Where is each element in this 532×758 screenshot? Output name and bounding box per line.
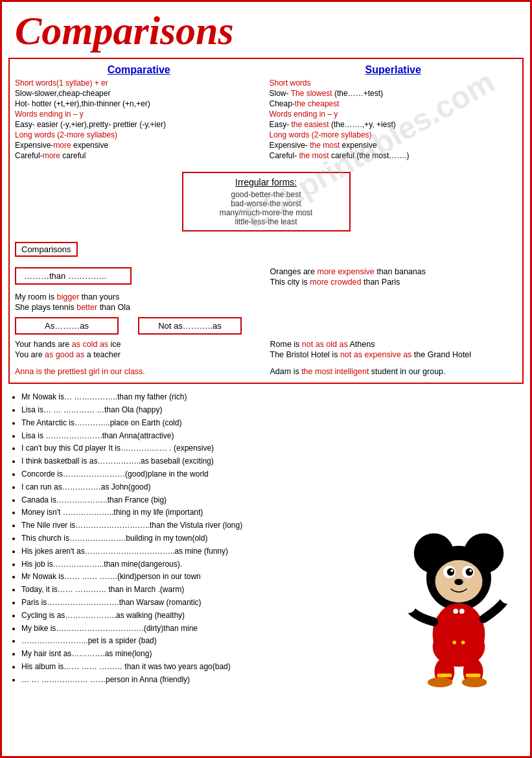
as-right-2: The Bristol Hotel is not as expensive as… [270,350,518,359]
list-item: Cycling is as………………..as walking (healthy… [21,610,386,621]
as-left-1: Your hands are as cold as ice [15,340,262,349]
list-item: My bike is…………………………….(dirty)than mine [21,623,386,634]
as-right-1: Rome is not as old as Athens [270,340,518,349]
list-item: Mr Nowak is… ……………..than my father (rich… [21,392,386,403]
list-item: This church is………………….building in my tow… [21,533,386,544]
svg-point-18 [428,677,452,687]
svg-point-22 [399,595,417,613]
comparative-header: Comparative [15,64,263,76]
than-left: ………than ………….. My room is bigger than yo… [15,267,262,313]
exercise-list: Mr Nowak is… ……………..than my father (rich… [8,392,386,685]
sup-rule2-example: Cheap-the cheapest [270,99,518,108]
svg-point-14 [452,640,456,644]
comp-rule4b: Careful-more careful [15,151,263,160]
as-box-left: As………as [15,317,119,335]
as-box: As………as [15,317,119,335]
list-item: Concorde is……………………(good)plane in the wo… [21,469,386,480]
comp-rule3-label: Words ending in – y [15,110,263,119]
than-box: ………than ………….. [15,267,132,285]
svg-point-9 [469,569,472,572]
than-right: Oranges are more expensive than bananas … [270,267,518,288]
sup-right-sentence: Adam is the most intelligent student in … [270,367,518,376]
than-right-example1: Oranges are more expensive than bananas [270,267,518,276]
comparative-column: Comparative Short words(1 syllabe) + er … [15,64,263,161]
list-item: Mr Nowak is…… …… …….(kind)person in our … [21,571,386,582]
list-item: Today, it is…… ………… than in March .(warm… [21,584,386,595]
mickey-svg [397,525,520,687]
bottom-section: Mr Nowak is… ……………..than my father (rich… [8,392,524,687]
sup-rule1-example: Slow- The slowest (the……+test) [270,89,518,98]
svg-point-8 [451,569,454,572]
sup-left-sentence: Anna is the prettiest girl in our class. [15,367,262,376]
list-item: I can't buy this Cd player It is……………… .… [21,443,386,454]
mickey-mouse-image [394,392,524,687]
svg-point-11 [454,578,463,585]
svg-point-23 [500,586,517,604]
irregular-item-2: bad-worse-the worst [191,199,341,208]
svg-point-25 [459,608,465,613]
irregular-item-4: little-less-the least [191,217,341,226]
svg-point-15 [461,640,465,644]
sup-rule3-label: Words ending in – y [270,110,518,119]
comp-rule1-example: Slow-slower,cheap-cheaper [15,89,263,98]
svg-point-6 [447,568,455,576]
list-item: … … ……………… ……person in Anna (friendly) [21,674,386,685]
svg-rect-20 [437,673,452,677]
than-right-example2: This city is more crowded than Paris [270,278,518,287]
sup-example-right: Adam is the most intelligent student in … [270,367,518,377]
sup-rule4-label: Long words (2-more syllabes) [270,130,518,139]
list-item: Canada is………………..than France (big) [21,495,386,506]
list-item: ……………………..pet is a spider (bad) [21,635,386,646]
list-item: My hair isnt as………….as mine(long) [21,648,386,659]
superlative-sentence-section: Anna is the prettiest girl in our class.… [15,367,517,377]
as-examples-section: Your hands are as cold as ice You are as… [15,340,517,361]
svg-point-7 [466,568,474,576]
list-item: Lisa is… … ………… …than Ola (happy) [21,405,386,416]
list-item: Lisa is ………………….than Anna(attractive) [21,431,386,442]
main-content-box: Comparative Short words(1 syllabe) + er … [8,58,524,384]
comp-rule2-example: Hot- hotter (+t,+er),thin-thinner (+n,+e… [15,99,263,108]
comparisons-label: Comparisons [15,242,78,257]
as-left-2: You are as good as a teacher [15,350,262,359]
list-item: I think basketball is as……………..as baseba… [21,456,386,467]
comp-rule4a: Expensive-more expensive [15,141,263,150]
list-item: Money isn't ………………..thing in my life (im… [21,507,386,518]
list-item: His jokes aren't as……………………………..as mine … [21,546,386,557]
page-title: Comparisons [8,8,524,53]
list-item: The Nile river is………………………..than the Vis… [21,520,386,531]
irregular-item-1: good-better-the best [191,190,341,199]
sup-rule4b: Careful- the most careful (the most…….) [270,151,518,160]
sentences-column: Mr Nowak is… ……………..than my father (rich… [8,392,389,687]
list-item: His job is………………..than mine(dangerous). [21,559,386,570]
than-section: ………than ………….. My room is bigger than yo… [15,267,517,313]
list-item: The Antarctic is…………..place on Earth (co… [21,418,386,429]
svg-point-24 [453,608,458,613]
svg-point-19 [462,677,487,687]
superlative-header: Superlative [270,64,518,76]
sup-rule1-label: Short words [270,78,518,88]
superlative-column: Superlative Short words Slow- The slowes… [270,64,518,161]
not-as-box-right: Not as………..as [138,317,242,335]
comp-rule3-example: Easy- easier (-y,+ier),pretty- prettier … [15,120,263,129]
sup-rule4a: Expensive- the most expensive [270,141,518,150]
not-as-box: Not as………..as [138,317,242,335]
irregular-item-3: many/much-more-the most [191,208,341,217]
as-boxes-row: As………as Not as………..as [15,317,517,335]
sup-example-left: Anna is the prettiest girl in our class. [15,367,262,377]
list-item: His album is…… …… ……… than it was two ye… [21,661,386,672]
comp-rule1-label: Short words(1 syllabe) + er [15,78,263,88]
comp-rule4-label: Long words (2-more syllabes) [15,130,263,139]
as-examples-right: Rome is not as old as Athens The Bristol… [270,340,518,361]
irregular-forms-box: Irregular forms: good-better-the best ba… [182,172,351,231]
list-item: I can run as……………as John(good) [21,482,386,493]
sup-rule3-example: Easy- the easiest (the…….,+y, +iest) [270,120,518,129]
irregular-title: Irregular forms: [191,177,341,187]
than-example1: My room is bigger than yours [15,292,262,302]
as-examples-left: Your hands are as cold as ice You are as… [15,340,262,361]
list-item: Paris is……………………….than Warsaw (romantic) [21,597,386,608]
svg-rect-21 [466,673,481,677]
than-example2: She plays tennis better than Ola [15,303,262,312]
